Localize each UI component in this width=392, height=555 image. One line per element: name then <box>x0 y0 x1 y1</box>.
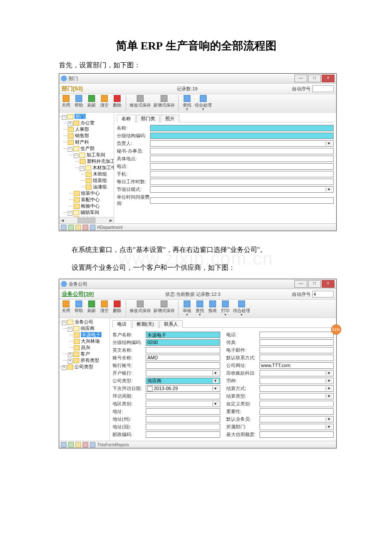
tb-delete[interactable]: 删除 <box>112 95 122 108</box>
input-phone[interactable] <box>150 163 334 170</box>
select-company-type[interactable]: 供应商▼ <box>146 378 220 384</box>
tree-node[interactable]: 丰源电子 <box>74 332 110 338</box>
select-settle-method[interactable]: ▼ <box>259 385 334 392</box>
auto-seq-input[interactable] <box>312 291 334 298</box>
tb-refresh[interactable]: 刷新 <box>86 95 97 108</box>
tree-node[interactable]: −生产部 −加工车间 塑料外壳加工中 −木材加工中心 木班组 <box>68 145 114 209</box>
tb-help[interactable]: 帮助 <box>74 301 84 314</box>
input-custom-cat[interactable] <box>259 401 334 407</box>
tb-edit-save[interactable]: 修改式保存 <box>130 95 151 108</box>
tree-node[interactable]: −供应商 丰源电子 大兴林场 昌兴 <box>68 325 110 351</box>
tb-review[interactable]: 审核▼ <box>182 301 192 317</box>
maximize-button[interactable]: □ <box>308 75 321 82</box>
select-holiday[interactable]: ▼ <box>150 186 334 193</box>
tb-close[interactable]: 关闭 <box>61 95 71 108</box>
select-default-sales[interactable]: ▼ <box>259 416 334 422</box>
select-receivable[interactable]: ▼ <box>259 370 334 376</box>
tb-search[interactable]: 查找▼ <box>182 95 192 111</box>
input-phone[interactable] <box>259 332 334 338</box>
tree-pane[interactable]: −部门 +办公室 人事部 销售部 财产科 −生产部 −加工车间 <box>59 113 114 223</box>
input-credit-limit[interactable] <box>259 431 334 438</box>
tb-add-save[interactable]: 新增式保存 <box>153 95 175 108</box>
input-address-state[interactable] <box>146 416 220 422</box>
tree-node[interactable]: −木材加工中心 木班组 组装组 油漆组 <box>80 165 114 190</box>
tree-pane[interactable]: −业务公司 −供应商 丰源电子 大兴林场 昌兴 +客户 <box>59 318 110 441</box>
select-bank[interactable]: ▼ <box>146 370 220 376</box>
tb-close[interactable]: 关闭 <box>61 301 71 314</box>
tree-node[interactable]: 组装中心 <box>74 190 114 197</box>
input-bank-account[interactable] <box>146 362 220 369</box>
titlebar[interactable]: 业务公司 — □ × <box>59 279 336 289</box>
tb-help[interactable]: 帮助 <box>74 95 84 108</box>
input-address-country[interactable] <box>146 424 220 430</box>
input-default-contact[interactable] <box>259 355 334 361</box>
minimize-button[interactable]: — <box>294 280 307 288</box>
horizontal-scrollbar[interactable]: ◀▶ <box>59 217 114 223</box>
input-postal[interactable] <box>146 431 220 438</box>
select-leader[interactable]: ▼ <box>150 140 334 147</box>
input-workhours[interactable] <box>150 179 334 185</box>
input-account-full[interactable]: AMD <box>146 355 220 361</box>
tb-refresh[interactable]: 刷新 <box>86 301 97 314</box>
tb-report[interactable]: 报表 <box>208 301 218 314</box>
minimize-button[interactable]: — <box>294 75 307 82</box>
input-name[interactable] <box>150 125 334 131</box>
input-mobile[interactable] <box>150 171 334 177</box>
tab-period[interactable]: 帐期(天) <box>132 320 159 328</box>
tab-photo[interactable]: 照片 <box>161 115 179 122</box>
select-region[interactable]: ▼ <box>146 401 220 407</box>
tree-node[interactable]: +办公室 <box>68 120 114 126</box>
tab-dept-type[interactable]: 部门类 <box>136 115 160 122</box>
tree-node[interactable]: 财产科 <box>68 139 114 145</box>
tb-process[interactable]: 综合处理▼ <box>195 95 212 111</box>
tree-node[interactable]: 人事部 <box>68 126 114 133</box>
input-website[interactable]: www.TTT.com <box>259 362 334 369</box>
tree-node[interactable]: 大兴林场 <box>74 338 110 344</box>
input-en-name[interactable] <box>146 347 220 353</box>
input-visit-cycle[interactable] <box>146 393 220 399</box>
input-code[interactable]: 0200 <box>146 339 220 346</box>
tree-node[interactable]: 木班组 <box>86 171 114 177</box>
tb-clear[interactable]: 清空 <box>99 301 110 314</box>
tree-node[interactable]: 昌兴 <box>74 344 110 351</box>
tree-node[interactable]: +所有类型 <box>68 357 110 364</box>
tree-node[interactable]: 组装组 <box>86 177 114 184</box>
tb-delete[interactable]: 删除 <box>112 301 122 314</box>
tb-clear[interactable]: 清空 <box>99 95 110 108</box>
input-customer-name[interactable]: 丰源电子 <box>146 332 220 338</box>
input-unitcost[interactable] <box>150 197 334 204</box>
input-importance[interactable] <box>259 408 334 415</box>
tb-process[interactable]: 综合处理▼ <box>233 301 250 317</box>
tree-node[interactable]: 销售部 <box>68 133 114 139</box>
input-location[interactable] <box>150 156 334 162</box>
select-department[interactable]: ▼ <box>259 424 334 430</box>
close-button[interactable]: × <box>322 75 334 82</box>
input-code[interactable] <box>150 133 334 139</box>
titlebar[interactable]: 部门 — □ × <box>59 74 336 84</box>
tree-root[interactable]: 部门 <box>75 114 86 119</box>
tb-add-save[interactable]: 新增式保存 <box>153 301 175 314</box>
tree-node[interactable]: 塑料外壳加工中 <box>80 158 114 165</box>
tree-node[interactable]: 油漆组 <box>86 184 114 190</box>
input-email[interactable] <box>259 347 334 353</box>
tab-name[interactable]: 名称 <box>117 115 135 122</box>
tree-node[interactable]: +客户 <box>68 351 110 357</box>
tree-node[interactable]: 检验中心 <box>74 203 114 209</box>
tree-node[interactable]: 装配中心 <box>74 197 114 203</box>
tree-toggle[interactable]: − <box>62 115 66 120</box>
tb-search[interactable]: 查找▼ <box>195 301 205 317</box>
input-address[interactable] <box>146 408 220 415</box>
tree-root[interactable]: 业务公司 <box>75 319 93 324</box>
date-next-visit[interactable]: 2013-06-29▼ <box>146 385 220 392</box>
tree-node[interactable]: −加工车间 塑料外壳加工中 −木材加工中心 木班组 组装组 <box>74 152 114 190</box>
close-button[interactable]: × <box>322 280 334 288</box>
input-fax[interactable] <box>259 339 334 346</box>
auto-seq-input[interactable] <box>312 85 334 92</box>
tree-node[interactable]: +公司类型 <box>62 364 110 370</box>
maximize-button[interactable]: □ <box>308 280 321 288</box>
tb-print[interactable]: 打印▼ <box>220 301 231 317</box>
select-settle-type[interactable]: ▼ <box>259 393 334 399</box>
tab-phone[interactable]: 电话 <box>112 320 131 328</box>
select-currency[interactable]: ▼ <box>259 378 334 384</box>
input-secretary[interactable] <box>150 148 334 154</box>
